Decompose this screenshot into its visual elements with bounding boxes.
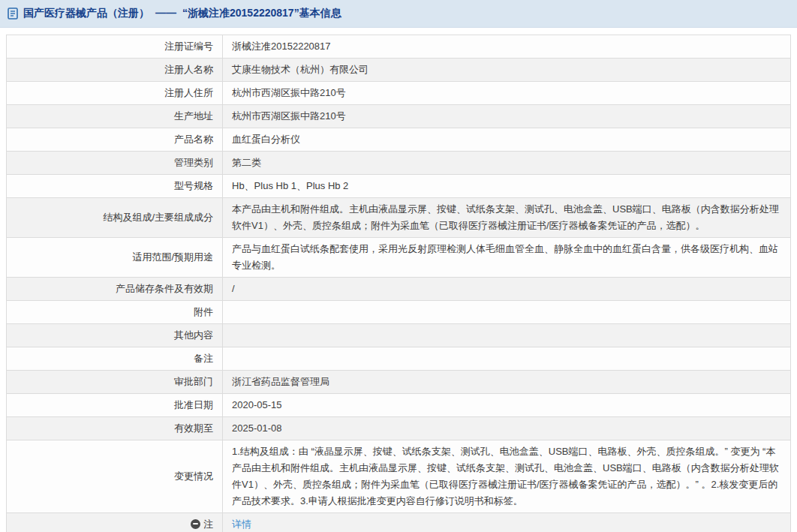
row-label: 注册人名称 (7, 59, 223, 82)
table-row: 有效期至2025-01-08 (7, 417, 791, 440)
table-row: 注册证编号浙械注准20152220817 (7, 35, 791, 59)
row-label: 注册人住所 (7, 82, 223, 105)
row-label: 其他内容 (7, 324, 223, 347)
table-row: 结构及组成/主要组成成分本产品由主机和附件组成。主机由液晶显示屏、按键、试纸条支… (7, 198, 791, 238)
table-row: 其他内容 (7, 324, 791, 347)
row-value (223, 324, 791, 347)
page-header: 国产医疗器械产品（注册）——“浙械注准20152220817”基本信息 (0, 0, 797, 28)
row-value: 艾康生物技术（杭州）有限公司 (223, 59, 791, 82)
row-label: 产品名称 (7, 128, 223, 152)
row-value: Hb、Plus Hb 1、Plus Hb 2 (223, 175, 791, 198)
row-label: 有效期至 (7, 417, 223, 440)
row-label: 批准日期 (7, 394, 223, 417)
note-icon (191, 519, 200, 529)
table-row: 管理类别第二类 (7, 152, 791, 175)
row-label: 结构及组成/主要组成成分 (7, 198, 223, 238)
table-row: 生产地址杭州市西湖区振中路210号 (7, 105, 791, 128)
row-label: 审批部门 (7, 371, 223, 394)
row-value: 产品与血红蛋白试纸条配套使用，采用光反射原理检测人体毛细血管全血、静脉全血中的血… (223, 238, 791, 278)
table-row: 型号规格Hb、Plus Hb 1、Plus Hb 2 (7, 175, 791, 198)
row-value: 2020-05-15 (223, 394, 791, 417)
row-value: 杭州市西湖区振中路210号 (223, 105, 791, 128)
row-value: 第二类 (223, 152, 791, 175)
row-label: 生产地址 (7, 105, 223, 128)
table-row: 批准日期2020-05-15 (7, 394, 791, 417)
row-value: 本产品由主机和附件组成。主机由液晶显示屏、按键、试纸条支架、测试孔、电池盒盖、U… (223, 198, 791, 238)
table-row: 注详情 (7, 513, 791, 532)
document-icon (8, 8, 18, 20)
row-label: 适用范围/预期用途 (7, 238, 223, 278)
row-label: 变更情况 (7, 440, 223, 513)
table-row: 适用范围/预期用途产品与血红蛋白试纸条配套使用，采用光反射原理检测人体毛细血管全… (7, 238, 791, 278)
row-label: 型号规格 (7, 175, 223, 198)
row-value: 浙械注准20152220817 (223, 35, 791, 59)
row-label: 产品储存条件及有效期 (7, 278, 223, 301)
table-row: 审批部门浙江省药品监督管理局 (7, 371, 791, 394)
info-table-container: 注册证编号浙械注准20152220817注册人名称艾康生物技术（杭州）有限公司注… (0, 28, 797, 532)
row-label: 附件 (7, 301, 223, 324)
row-value: 浙江省药品监督管理局 (223, 371, 791, 394)
table-row: 附件 (7, 301, 791, 324)
table-row: 注册人住所杭州市西湖区振中路210号 (7, 82, 791, 105)
row-value: 1.结构及组成：由 “液晶显示屏、按键、试纸条支架、测试孔、电池盒盖、USB端口… (223, 440, 791, 513)
row-value: 详情 (223, 513, 791, 532)
info-table-body: 注册证编号浙械注准20152220817注册人名称艾康生物技术（杭州）有限公司注… (7, 35, 791, 532)
table-row: 备注 (7, 347, 791, 371)
row-value: / (223, 278, 791, 301)
row-value: 杭州市西湖区振中路210号 (223, 82, 791, 105)
registration-info-page: 国产医疗器械产品（注册）——“浙械注准20152220817”基本信息 注册证编… (0, 0, 797, 532)
table-row: 产品储存条件及有效期/ (7, 278, 791, 301)
info-table: 注册证编号浙械注准20152220817注册人名称艾康生物技术（杭州）有限公司注… (6, 35, 791, 532)
row-label: 备注 (7, 347, 223, 371)
detail-link[interactable]: 详情 (232, 518, 251, 530)
row-label: 管理类别 (7, 152, 223, 175)
row-label: 注册证编号 (7, 35, 223, 59)
table-row: 产品名称血红蛋白分析仪 (7, 128, 791, 152)
row-value: 血红蛋白分析仪 (223, 128, 791, 152)
page-title-left: 国产医疗器械产品（注册） (23, 7, 149, 19)
title-separator: —— (155, 7, 176, 19)
row-value: 2025-01-08 (223, 417, 791, 440)
row-label: 注 (7, 513, 223, 532)
page-title-right: “浙械注准20152220817”基本信息 (182, 7, 341, 19)
table-row: 注册人名称艾康生物技术（杭州）有限公司 (7, 59, 791, 82)
table-row: 变更情况1.结构及组成：由 “液晶显示屏、按键、试纸条支架、测试孔、电池盒盖、U… (7, 440, 791, 513)
row-value (223, 301, 791, 324)
row-value (223, 347, 791, 371)
page-title: 国产医疗器械产品（注册）——“浙械注准20152220817”基本信息 (23, 7, 341, 20)
